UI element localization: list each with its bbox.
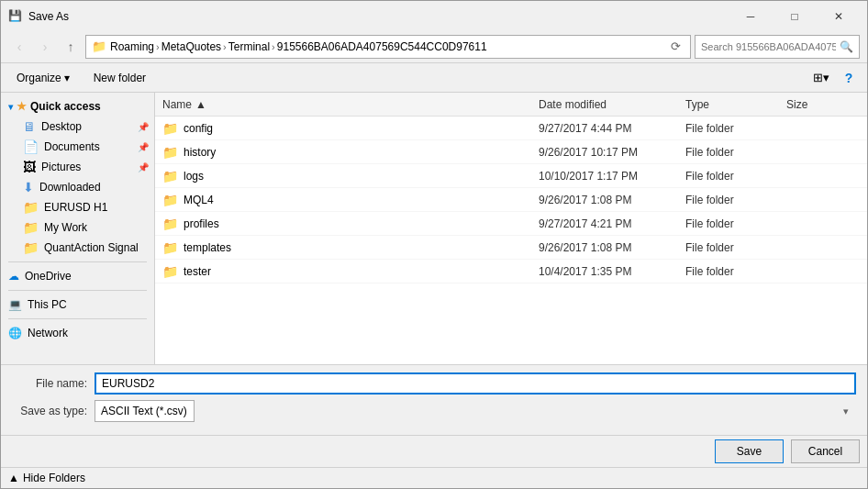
file-type-cell: File folder [685,241,786,254]
close-button[interactable]: ✕ [818,6,860,27]
window-icon: 💾 [8,9,23,24]
file-name-label: logs [184,170,204,183]
sidebar-item-quantaction[interactable]: 📁 QuantAction Signal [1,238,154,258]
pin-icon-pictures: 📌 [138,162,149,172]
organize-arrow: ▾ [64,72,70,84]
new-folder-button[interactable]: New folder [85,69,154,87]
back-button[interactable]: ‹ [8,36,30,58]
folder-icon: 📁 [162,121,178,136]
file-type-cell: File folder [685,170,786,183]
filetype-label: Save as type: [12,405,95,417]
table-row[interactable]: 📁 profiles 9/27/2017 4:21 PM File folder [155,212,867,236]
save-button[interactable]: Save [715,439,784,463]
file-name-cell: 📁 MQL4 [162,193,539,207]
folder-icon: 📁 [162,264,178,279]
organize-button[interactable]: Organize ▾ [8,69,78,87]
title-bar-left: 💾 Save As [8,9,69,24]
table-row[interactable]: 📁 config 9/27/2017 4:44 PM File folder [155,117,867,140]
sidebar-item-desktop[interactable]: 🖥 Desktop 📌 [1,117,154,137]
pictures-icon: 🖼 [23,160,36,174]
quick-access-header[interactable]: ▾ ★ Quick access [1,96,154,117]
search-input[interactable] [701,41,836,52]
col-size-header[interactable]: Size [786,98,860,111]
folder-icon: 📁 [162,193,178,207]
file-type-cell: File folder [685,217,786,230]
table-row[interactable]: 📁 templates 9/26/2017 1:08 PM File folde… [155,236,867,260]
file-name-cell: 📁 tester [162,264,539,279]
action-bar-right: ⊞ ▾ ? [808,67,860,89]
file-name-label: profiles [184,217,219,230]
refresh-button[interactable]: ⟳ [666,38,684,56]
file-name-label: history [184,146,216,159]
sort-arrow-icon: ▲ [195,98,206,111]
sidebar-quantaction-label: QuantAction Signal [44,241,139,254]
hide-folders-row[interactable]: ▲ Hide Folders [1,467,867,488]
up-button[interactable]: ↑ [60,36,82,58]
col-type-header[interactable]: Type [685,98,786,111]
sidebar-item-onedrive[interactable]: ☁ OneDrive [1,266,154,286]
minimize-button[interactable]: ─ [729,6,772,27]
table-row[interactable]: 📁 tester 10/4/2017 1:35 PM File folder [155,260,867,283]
file-name-label: config [184,122,213,135]
addr-roaming[interactable]: Roaming [110,40,154,53]
col-name-header[interactable]: Name ▲ [162,98,539,111]
title-bar: 💾 Save As ─ □ ✕ [1,1,867,30]
table-row[interactable]: 📁 MQL4 9/26/2017 1:08 PM File folder [155,188,867,212]
col-date-header[interactable]: Date modified [539,98,685,111]
file-date-cell: 9/27/2017 4:21 PM [539,217,685,230]
action-bar: Organize ▾ New folder ⊞ ▾ ? [1,63,867,93]
file-date-cell: 9/27/2017 4:44 PM [539,122,685,135]
file-name-label: MQL4 [184,194,214,206]
pin-icon-documents: 📌 [138,142,149,152]
window-controls: ─ □ ✕ [729,6,860,27]
help-button[interactable]: ? [838,67,860,89]
network-label: Network [28,327,68,339]
view-button[interactable]: ⊞ ▾ [808,67,834,89]
file-name-label: templates [184,241,231,254]
downloaded-icon: ⬇ [23,180,34,194]
file-date-cell: 9/26/2017 10:17 PM [539,146,685,159]
addr-sep-1: › [156,41,160,52]
file-name-cell: 📁 history [162,145,539,160]
filetype-select[interactable]: ASCII Text (*.csv) [95,400,195,422]
forward-button[interactable]: › [34,36,56,58]
quick-access-star-icon: ★ [17,100,27,113]
file-name-cell: 📁 logs [162,169,539,183]
quick-access-label: Quick access [30,100,101,113]
sidebar-item-thispc[interactable]: 💻 This PC [1,295,154,315]
table-row[interactable]: 📁 history 9/26/2017 10:17 PM File folder [155,140,867,164]
file-list-header: Name ▲ Date modified Type Size [155,93,867,117]
sidebar-item-pictures[interactable]: 🖼 Pictures 📌 [1,157,154,177]
folder-icon: 📁 [162,145,178,160]
sidebar-downloaded-label: Downloaded [39,181,101,194]
mywork-icon: 📁 [23,220,39,235]
maximize-button[interactable]: □ [773,6,816,27]
file-name-cell: 📁 templates [162,240,539,255]
table-row[interactable]: 📁 logs 10/10/2017 1:17 PM File folder [155,164,867,188]
addr-metaquotes[interactable]: MetaQuotes [161,40,221,53]
sidebar-divider-3 [8,318,147,319]
file-type-cell: File folder [685,122,786,135]
sidebar-item-eurusd[interactable]: 📁 EURUSD H1 [1,197,154,217]
sidebar-divider-2 [8,290,147,291]
file-list: Name ▲ Date modified Type Size 📁 config … [155,93,867,364]
footer-area: File name: Save as type: ASCII Text (*.c… [1,364,867,488]
organize-label: Organize [17,72,61,84]
bottom-section: File name: Save as type: ASCII Text (*.c… [1,364,867,435]
filetype-row: Save as type: ASCII Text (*.csv) [12,400,856,422]
sidebar-item-documents[interactable]: 📄 Documents 📌 [1,137,154,157]
sidebar-item-mywork[interactable]: 📁 My Work [1,217,154,238]
thispc-label: This PC [28,298,67,311]
addr-hash[interactable]: 915566BA06ADA407569C544CC0D97611 [277,40,487,53]
col-name-label: Name [162,98,192,111]
addr-terminal[interactable]: Terminal [228,40,270,53]
sidebar-item-downloaded[interactable]: ⬇ Downloaded [1,177,154,197]
hide-folders-chevron-icon: ▲ [8,472,19,484]
sidebar-documents-label: Documents [44,140,100,153]
file-type-cell: File folder [685,265,786,278]
address-folder-icon: 📁 [92,39,106,53]
sidebar-item-network[interactable]: 🌐 Network [1,323,154,343]
filename-input[interactable] [95,372,856,395]
search-icon: 🔍 [840,40,853,53]
cancel-button[interactable]: Cancel [791,439,860,463]
